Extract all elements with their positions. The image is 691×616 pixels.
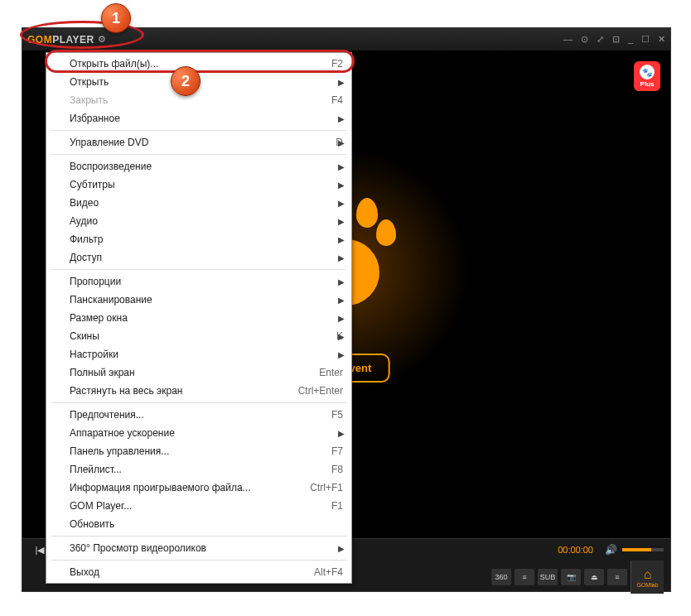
maximize-icon[interactable]: ☐: [641, 34, 650, 45]
menu-item-label: Размер окна: [70, 312, 343, 324]
volume-slider[interactable]: [622, 548, 664, 551]
menu-item-label: Фильтр: [70, 233, 343, 245]
menu-item-label: Пропорции: [70, 276, 343, 287]
compact-icon[interactable]: —: [563, 34, 573, 45]
menu-item-18[interactable]: Настройки▶: [46, 345, 351, 363]
submenu-arrow-icon: ▶: [338, 199, 345, 208]
callout-badge-1: 1: [101, 3, 131, 33]
app-logo[interactable]: GOMPLAYER: [27, 34, 94, 46]
minimize-icon[interactable]: _: [628, 34, 633, 45]
menu-item-shortcut: F8: [331, 464, 343, 475]
menu-item-label: Субтитры: [70, 179, 343, 190]
menu-item-30[interactable]: 360° Просмотр видеороликов▶: [46, 539, 351, 557]
menu-separator: [51, 536, 346, 537]
context-menu: Открыть файл(ы)...F2Открыть▶ЗакрытьF4Изб…: [46, 52, 352, 584]
menu-item-label: Избранное: [70, 113, 343, 124]
submenu-arrow-icon: ▶: [338, 180, 345, 190]
menu-item-shortcut: F7: [331, 445, 343, 457]
menu-item-shortcut: Ctrl+F1: [310, 482, 343, 493]
view-360-button[interactable]: 360: [491, 569, 511, 585]
menu-item-7[interactable]: Воспроизведение▶: [46, 157, 351, 176]
menu-item-5[interactable]: Управление DVDD▶: [46, 133, 351, 152]
menu-separator: [51, 154, 346, 155]
menu-item-10[interactable]: Аудио▶: [46, 212, 351, 230]
menu-item-label: Обновить: [70, 518, 343, 530]
menu-item-shortcut: Ctrl+Enter: [298, 385, 343, 397]
home-icon: ⌂: [644, 567, 652, 582]
eject-button[interactable]: ⏏: [584, 569, 604, 585]
gear-icon[interactable]: ⚙: [98, 34, 106, 45]
plus-label: Plus: [640, 80, 655, 88]
menu-item-17[interactable]: СкиныK▶: [46, 327, 351, 345]
time-display: 00:00:00: [558, 545, 600, 555]
menu-item-label: Полный экран: [70, 367, 319, 378]
menu-item-14[interactable]: Пропорции▶: [46, 272, 351, 291]
menu-item-shortcut: F5: [331, 409, 343, 421]
menu-item-27[interactable]: GOM Player...F1: [46, 497, 351, 515]
menu-separator: [51, 560, 346, 561]
ontop-icon[interactable]: ⊙: [581, 34, 588, 45]
screenshot-button[interactable]: 📷: [561, 569, 581, 585]
subtitle-button[interactable]: SUB: [538, 569, 558, 585]
equalizer-button[interactable]: ≡: [515, 569, 534, 585]
windowed-icon[interactable]: ⊡: [612, 34, 620, 45]
volume-icon[interactable]: 🔊: [605, 544, 617, 556]
menu-item-32[interactable]: ВыходAlt+F4: [46, 563, 351, 581]
menu-item-shortcut: F1: [331, 500, 343, 512]
menu-item-label: Панель управления...: [70, 445, 331, 457]
menu-item-12[interactable]: Доступ▶: [46, 248, 351, 267]
menu-item-label: Аудио: [70, 215, 343, 227]
window-controls: — ⊙ ⤢ ⊡ _ ☐ ✕: [563, 34, 665, 45]
menu-item-19[interactable]: Полный экранEnter: [46, 363, 351, 382]
menu-item-8[interactable]: Субтитры▶: [46, 176, 351, 194]
menu-item-16[interactable]: Размер окна▶: [46, 309, 351, 327]
submenu-arrow-icon: ▶: [338, 253, 345, 262]
menu-item-label: Открыть файл(ы)...: [70, 58, 331, 70]
menu-item-11[interactable]: Фильтр▶: [46, 230, 351, 248]
menu-item-shortcut: Enter: [319, 367, 343, 378]
menu-item-9[interactable]: Видео▶: [46, 194, 351, 212]
menu-item-label: Пансканирование: [70, 294, 343, 306]
submenu-arrow-icon: ▶: [338, 314, 345, 323]
submenu-arrow-icon: ▶: [338, 162, 345, 171]
menu-item-label: Информация проигрываемого файла...: [70, 482, 310, 493]
menu-item-label: Закрыть: [70, 94, 331, 106]
menu-item-label: Видео: [70, 197, 343, 209]
menu-item-3[interactable]: Избранное▶: [46, 109, 351, 128]
menu-item-23[interactable]: Аппаратное ускорение▶: [46, 424, 351, 442]
menu-item-2: ЗакрытьF4: [46, 91, 351, 109]
menu-item-label: Открыть: [70, 76, 343, 88]
close-icon[interactable]: ✕: [658, 34, 665, 45]
plus-paw-icon: 🐾: [640, 65, 655, 79]
submenu-arrow-icon: ▶: [338, 217, 345, 226]
menu-item-20[interactable]: Растянуть на весь экранCtrl+Enter: [46, 382, 351, 400]
menu-item-label: Доступ: [70, 252, 343, 263]
menu-item-label: Выход: [70, 566, 314, 578]
menu-item-label: Настройки: [70, 349, 343, 360]
menu-item-label: Предпочтения...: [70, 409, 331, 421]
gomlab-button[interactable]: ⌂ GOMlab: [631, 561, 664, 594]
menu-item-25[interactable]: Плейлист...F8: [46, 460, 351, 479]
menu-item-label: Скины: [70, 330, 336, 342]
menu-separator: [51, 269, 346, 270]
gomlab-label: GOMlab: [636, 582, 658, 588]
submenu-arrow-icon: ▶: [338, 296, 345, 305]
menu-item-0[interactable]: Открыть файл(ы)...F2: [46, 55, 351, 73]
submenu-arrow-icon: ▶: [338, 544, 345, 553]
menu-item-label: Растянуть на весь экран: [70, 385, 298, 397]
submenu-arrow-icon: ▶: [338, 277, 345, 286]
menu-item-26[interactable]: Информация проигрываемого файла...Ctrl+F…: [46, 479, 351, 497]
menu-item-shortcut: Alt+F4: [314, 566, 343, 578]
plus-badge[interactable]: 🐾 Plus: [634, 61, 660, 91]
menu-item-22[interactable]: Предпочтения...F5: [46, 406, 351, 424]
menu-item-label: Плейлист...: [70, 464, 331, 475]
expand-icon[interactable]: ⤢: [597, 34, 604, 45]
callout-badge-2: 2: [171, 66, 201, 96]
submenu-arrow-icon: ▶: [338, 429, 345, 438]
menu-button[interactable]: ≡: [607, 569, 627, 585]
menu-item-15[interactable]: Пансканирование▶: [46, 291, 351, 309]
menu-item-label: Воспроизведение: [70, 161, 343, 172]
menu-item-28[interactable]: Обновить: [46, 515, 351, 533]
menu-item-24[interactable]: Панель управления...F7: [46, 442, 351, 460]
menu-item-label: 360° Просмотр видеороликов: [70, 542, 343, 554]
